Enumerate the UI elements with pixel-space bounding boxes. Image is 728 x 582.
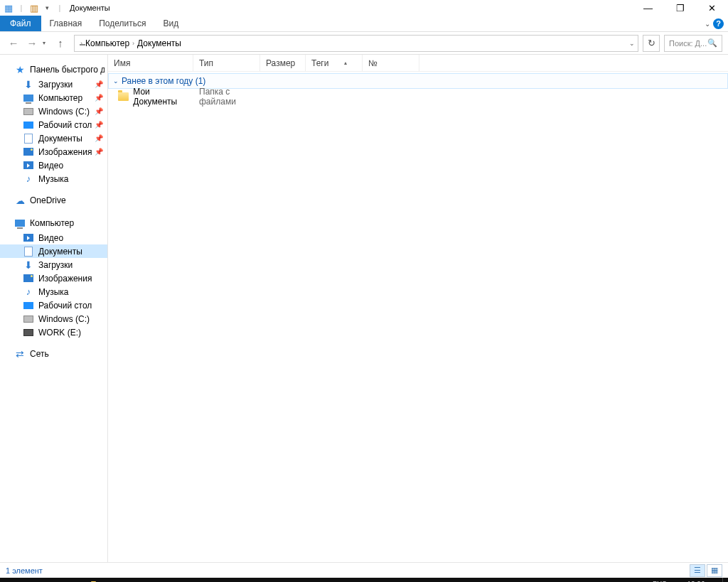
taskbar-mpc[interactable]: 321 [109, 578, 134, 582]
pin-icon: 📌 [95, 134, 103, 142]
window-title: Документы [70, 4, 110, 12]
show-desktop-button[interactable] [722, 578, 727, 582]
network-label: Сеть [30, 349, 49, 359]
crumb-computer[interactable]: Компьютер [85, 38, 129, 48]
pc-icon [23, 92, 34, 104]
group-collapse-icon[interactable]: ⌄ [113, 77, 119, 85]
pin-icon: 📌 [95, 80, 103, 88]
view-large-button[interactable]: ▦ [707, 564, 722, 577]
address-bar[interactable]: › Компьютер › Документы ⌄ [74, 35, 638, 52]
qat-newfolder-icon[interactable]: ▥ [28, 2, 40, 14]
download-icon: ⬇ [23, 259, 34, 271]
history-dropdown-icon[interactable]: ▾ [43, 40, 50, 46]
sidebar-item-downloads[interactable]: ⬇Загрузки📌 [0, 77, 107, 91]
help-icon[interactable]: ? [713, 18, 724, 29]
pin-icon: 📌 [95, 107, 103, 115]
download-icon: ⬇ [23, 79, 34, 90]
sidebar-item-computer[interactable]: Компьютер📌 [0, 91, 107, 104]
pin-icon: 📌 [95, 94, 103, 102]
taskbar-chrome[interactable] [134, 578, 158, 582]
sidebar-item-videos[interactable]: Видео [0, 158, 107, 172]
music-icon: ♪ [23, 286, 34, 298]
sidebar-item-windows-c2[interactable]: Windows (C:) [0, 312, 107, 325]
sidebar-item-pictures[interactable]: Изображения📌 [0, 145, 107, 158]
tab-share[interactable]: Поделиться [90, 16, 154, 31]
col-num[interactable]: № [363, 55, 419, 71]
sidebar-item-pictures2[interactable]: Изображения [0, 271, 107, 285]
sidebar-item-work-e[interactable]: WORK (E:) [0, 325, 107, 339]
maximize-button[interactable]: ❐ [664, 0, 696, 16]
crumb-sep-icon[interactable]: › [132, 40, 134, 47]
ribbon-expand-icon[interactable]: ⌄ [705, 20, 710, 28]
sort-asc-icon: ▴ [344, 60, 347, 66]
network-header[interactable]: ⇄ Сеть [0, 346, 107, 362]
sidebar-item-videos2[interactable]: Видео [0, 231, 107, 244]
qat-properties-icon[interactable]: ▦ [3, 2, 14, 14]
search-button[interactable] [28, 578, 57, 582]
sidebar-item-music[interactable]: ♪Музыка [0, 172, 107, 185]
sidebar-item-windows-c[interactable]: Windows (C:)📌 [0, 104, 107, 118]
col-name[interactable]: Имя [108, 55, 193, 71]
item-count: 1 элемент [6, 566, 43, 575]
file-row[interactable]: Мои Документы Папка с файлами [108, 89, 728, 104]
taskbar-skype[interactable]: S [158, 578, 182, 582]
pin-icon: 📌 [95, 148, 103, 156]
col-size[interactable]: Размер [260, 55, 306, 71]
address-dropdown-icon[interactable]: ⌄ [629, 40, 635, 47]
sidebar-item-downloads2[interactable]: ⬇Загрузки [0, 258, 107, 271]
image-icon [23, 273, 34, 284]
computer-header[interactable]: Компьютер [0, 215, 107, 231]
desktop-icon [23, 300, 34, 311]
refresh-button[interactable]: ↻ [643, 35, 660, 52]
navigation-bar: ← → ▾ ↑ › Компьютер › Документы ⌄ ↻ Поис… [0, 32, 728, 55]
tray-network-icon[interactable]: 🖧 [599, 578, 611, 582]
navigation-pane: ★ Панель быстрого доступ ⬇Загрузки📌 Комп… [0, 55, 108, 562]
document-icon [23, 133, 34, 144]
file-tab[interactable]: Файл [0, 16, 41, 31]
crumb-sep-icon[interactable]: › [80, 40, 82, 47]
taskbar: 321 S ⌃ ◆ 🖧 🔊 ▭ РУС RU 12:26 21.08.2015 [0, 578, 728, 582]
sidebar-item-documents2[interactable]: Документы [0, 244, 107, 258]
quick-access-header[interactable]: ★ Панель быстрого доступ [0, 62, 107, 77]
back-button[interactable]: ← [6, 36, 21, 51]
tray-security-icon[interactable]: ◆ [582, 578, 594, 582]
titlebar: ▦ | ▥ ▾ | Документы — ❐ ✕ [0, 0, 728, 16]
drive-icon [23, 106, 34, 117]
forward-button[interactable]: → [24, 36, 40, 51]
view-details-button[interactable]: ☰ [690, 564, 705, 577]
minimize-button[interactable]: — [632, 0, 664, 16]
star-icon: ★ [14, 64, 26, 75]
tray-overflow-icon[interactable]: ⌃ [564, 578, 577, 582]
video-icon [23, 232, 34, 244]
taskbar-explorer[interactable] [85, 578, 109, 582]
col-tags[interactable]: Теги▴ [306, 55, 363, 71]
sidebar-item-documents[interactable]: Документы📌 [0, 131, 107, 145]
sidebar-item-desktop2[interactable]: Рабочий стол [0, 298, 107, 312]
file-type: Папка с файлами [193, 87, 260, 107]
qat-dropdown-icon[interactable]: ▾ [41, 2, 53, 14]
start-button[interactable] [0, 578, 28, 582]
content-pane: Имя Тип Размер Теги▴ № ⌄ Ранее в этом го… [108, 55, 728, 562]
tab-home[interactable]: Главная [41, 16, 91, 31]
onedrive-header[interactable]: ☁ OneDrive [0, 193, 107, 208]
main-area: ★ Панель быстрого доступ ⬇Загрузки📌 Комп… [0, 55, 728, 562]
sidebar-item-desktop[interactable]: Рабочий стол📌 [0, 118, 107, 131]
tray-volume-icon[interactable]: 🔊 [616, 578, 628, 582]
pin-icon: 📌 [95, 121, 103, 129]
close-button[interactable]: ✕ [696, 0, 728, 16]
search-input[interactable]: Поиск: Д... 🔍 [664, 35, 722, 52]
tray-action-center-icon[interactable]: ▭ [633, 578, 646, 582]
ribbon-tabs: Файл Главная Поделиться Вид ⌄ ? [0, 16, 728, 32]
quick-access-label: Панель быстрого доступ [30, 65, 105, 75]
tab-view[interactable]: Вид [154, 16, 187, 31]
crumb-documents[interactable]: Документы [137, 38, 181, 48]
up-button[interactable]: ↑ [53, 36, 68, 51]
image-icon [23, 146, 34, 158]
folder-icon [118, 92, 129, 101]
search-icon: 🔍 [707, 38, 717, 48]
taskview-button[interactable] [57, 578, 85, 582]
drive-icon [23, 327, 34, 338]
col-type[interactable]: Тип [193, 55, 260, 71]
sidebar-item-music2[interactable]: ♪Музыка [0, 285, 107, 298]
status-bar: 1 элемент ☰ ▦ [0, 562, 728, 578]
